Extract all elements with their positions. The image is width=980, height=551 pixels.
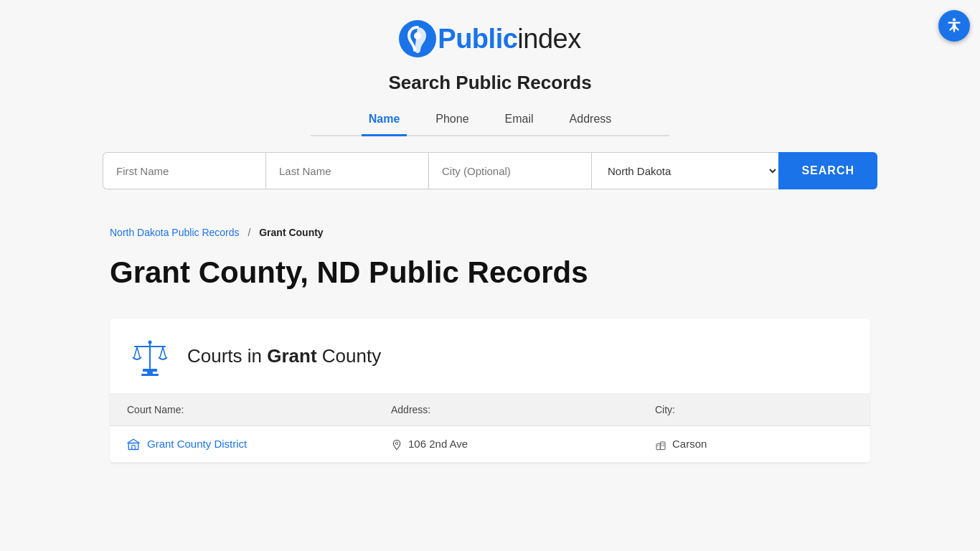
courts-section-title: Courts in Grant County [187,345,381,367]
col-court-name: Court Name: [127,404,391,415]
tab-email[interactable]: Email [498,107,541,136]
svg-line-10 [163,347,166,357]
hero-section: Publicindex Search Public Records Name P… [0,0,980,207]
courts-title-bold: Grant [267,345,316,367]
breadcrumb-separator: / [248,227,250,238]
svg-point-0 [953,18,956,21]
address-cell: 106 2nd Ave [391,438,655,451]
first-name-input[interactable] [103,152,265,189]
svg-rect-3 [147,372,153,374]
accessibility-button[interactable] [938,10,970,42]
svg-line-7 [134,347,137,357]
breadcrumb-current: Grant County [259,227,323,238]
svg-rect-18 [657,446,658,446]
courts-title-pre: Courts in [187,345,267,367]
logo-text-index: index [517,24,580,54]
search-title: Search Public Records [14,72,966,94]
svg-rect-4 [141,374,159,376]
page-heading: Grant County, ND Public Records [110,255,870,290]
svg-rect-17 [660,442,665,450]
svg-rect-19 [661,443,662,444]
col-city: City: [655,404,853,415]
courts-section: Courts in Grant County Court Name: Addre… [110,319,870,463]
court-name-link[interactable]: Grant County District [147,438,247,450]
breadcrumb-parent-link[interactable]: North Dakota Public Records [110,227,240,238]
table-row: Grant County District 106 2nd Ave [110,426,870,463]
tab-phone[interactable]: Phone [428,107,476,136]
court-address: 106 2nd Ave [408,438,468,450]
svg-rect-20 [663,443,664,444]
table-header: Court Name: Address: City: [110,394,870,426]
court-city: Carson [672,438,707,450]
search-tabs: Name Phone Email Address [311,107,669,136]
svg-rect-14 [132,446,136,450]
svg-rect-22 [663,446,664,446]
tab-address[interactable]: Address [562,107,619,136]
city-input[interactable] [428,152,591,189]
svg-line-8 [137,347,140,357]
logo: Publicindex [14,20,966,57]
logo-icon [399,20,436,57]
search-form: AlabamaAlaskaArizonaArkansasCaliforniaCo… [88,152,892,189]
state-select[interactable]: AlabamaAlaskaArizonaArkansasCaliforniaCo… [591,152,778,189]
search-button[interactable]: SEARCH [778,152,877,189]
logo-text-public: Public [438,24,517,54]
courts-header: Courts in Grant County [110,319,870,394]
main-content: North Dakota Public Records / Grant Coun… [88,207,892,491]
court-building-icon [127,438,140,451]
courts-title-post: County [317,345,382,367]
svg-rect-16 [656,444,660,450]
svg-point-15 [395,442,397,444]
svg-rect-6 [134,346,166,347]
court-name-cell: Grant County District [127,438,391,451]
svg-point-2 [414,32,421,39]
svg-rect-12 [143,369,157,372]
svg-line-9 [160,347,163,357]
svg-rect-13 [128,443,138,450]
col-address: Address: [391,404,655,415]
tab-name[interactable]: Name [362,107,407,136]
address-pin-icon [391,439,402,451]
last-name-input[interactable] [265,152,428,189]
city-cell: Carson [655,438,853,451]
svg-point-11 [149,341,152,344]
breadcrumb: North Dakota Public Records / Grant Coun… [110,227,870,238]
courts-icon [127,333,173,379]
city-icon [655,439,666,451]
svg-rect-21 [661,446,662,446]
